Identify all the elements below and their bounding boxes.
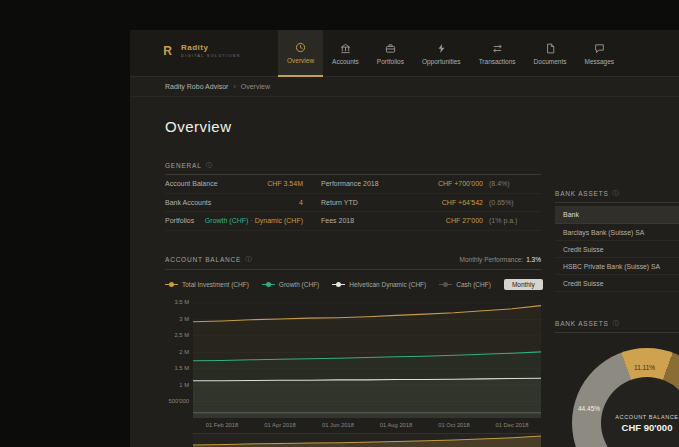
info-icon[interactable]: ⓘ (245, 256, 252, 263)
chat-icon (594, 43, 605, 54)
chart-legend: Total Investment (CHF) Growth (CHF) Helv… (165, 279, 541, 290)
y-axis-tick: 1.5 M (164, 365, 189, 371)
general-title: GENERAL (165, 162, 202, 169)
bank-row[interactable]: Credit Suisse (555, 241, 679, 258)
y-axis-tick: 2.5 M (164, 332, 189, 338)
general-row: Portfolios Growth (CHF)·Dynamic (CHF) Fe… (165, 212, 541, 231)
x-axis-tick: 01 Apr 2018 (264, 422, 295, 428)
x-axis-tick: 01 Aug 2018 (380, 422, 413, 428)
donut-ring[interactable]: ACCOUNT BALANCE CHF 90'000 (572, 348, 679, 447)
donut-center: ACCOUNT BALANCE CHF 90'000 (601, 377, 679, 447)
legend-marker-white (332, 281, 345, 288)
breadcrumb-current: Overview (241, 83, 270, 90)
y-axis-tick: 3 M (164, 316, 189, 322)
info-icon[interactable]: ⓘ (613, 190, 620, 197)
tab-label: Documents (534, 58, 567, 65)
account-balance-header: ACCOUNT BALANCE ⓘ Monthly Performance: 1… (165, 256, 541, 270)
y-axis-tick: 3.5 M (164, 299, 189, 305)
tab-overview[interactable]: Overview (278, 30, 323, 77)
balance-line-chart[interactable]: 3.5 M 3 M 2.5 M 2 M 1.5 M 1 M 500'000 (193, 298, 541, 418)
breadcrumb-root-link[interactable]: Radity Robo Advisor (165, 83, 228, 90)
donut-slice-label: 11.11% (634, 364, 655, 371)
general-label: Fees 2018 (321, 217, 446, 224)
donut-center-label: ACCOUNT BALANCE (615, 414, 678, 420)
tab-documents[interactable]: Documents (525, 30, 576, 77)
transfer-icon (492, 43, 503, 54)
portfolio-growth-link[interactable]: Growth (CHF) (205, 217, 249, 224)
page-title: Overview (165, 118, 232, 135)
y-axis-tick: 2 M (164, 349, 189, 355)
info-icon[interactable]: ⓘ (206, 162, 213, 169)
monthly-performance-value: 1.3% (526, 256, 541, 263)
bank-assets-title: BANK ASSETS (555, 190, 609, 197)
bank-assets-list-header: BANK ASSETS ⓘ (555, 190, 679, 203)
lightning-icon (436, 43, 447, 54)
tab-accounts[interactable]: Accounts (323, 30, 368, 77)
general-section: GENERAL ⓘ Account Balance CHF 3.54M Perf… (165, 162, 541, 231)
bank-assets-donut-header: BANK ASSETS ⓘ (555, 320, 679, 333)
radity-app-window: R Radity DIGITAL SOLUTIONS Overview Acco… (130, 30, 679, 447)
portfolio-dynamic-link[interactable]: Dynamic (CHF) (255, 217, 303, 224)
general-label: Return YTD (321, 199, 442, 206)
tab-portfolios[interactable]: Portfolios (368, 30, 413, 77)
performance-2018-percent: (8.4%) (483, 180, 541, 187)
bank-assets-table: Bank Barclays Bank (Suisse) SA Credit Su… (555, 206, 679, 292)
radity-logo[interactable]: R Radity DIGITAL SOLUTIONS (160, 43, 241, 58)
fees-2018-value: CHF 27'000 (446, 217, 483, 224)
legend-marker-dark (439, 281, 452, 288)
legend-total-investment[interactable]: Total Investment (CHF) (165, 281, 249, 288)
brand-tagline: DIGITAL SOLUTIONS (181, 53, 241, 58)
y-axis-tick: 500'000 (164, 398, 189, 404)
overview-icon (295, 42, 306, 53)
tab-label: Portfolios (377, 58, 404, 65)
bank-row[interactable]: HSBC Private Bank (Suisse) SA (555, 258, 679, 275)
legend-cash[interactable]: Cash (CHF) (439, 281, 491, 288)
tab-transactions[interactable]: Transactions (470, 30, 525, 77)
tab-messages[interactable]: Messages (575, 30, 623, 77)
main-nav: Overview Accounts Portfolios Opportuniti… (278, 30, 623, 77)
y-axis-tick: 1 M (164, 382, 189, 388)
line-chart-plot (193, 298, 541, 418)
performance-2018-value: CHF +700'000 (438, 180, 483, 187)
monthly-period-button[interactable]: Monthly (504, 279, 543, 290)
briefcase-icon (385, 43, 396, 54)
account-balance-title: ACCOUNT BALANCE (165, 256, 241, 263)
tab-opportunities[interactable]: Opportunities (413, 30, 470, 77)
general-label: Performance 2018 (321, 180, 438, 187)
legend-marker-green (262, 281, 275, 288)
account-balance-value: CHF 3.54M (267, 180, 303, 187)
general-section-header: GENERAL ⓘ (165, 162, 541, 175)
legend-marker-gold (165, 281, 178, 288)
bank-icon (340, 43, 351, 54)
donut-slice-label: 44.45% (578, 405, 600, 412)
general-label: Bank Accounts (165, 199, 211, 206)
x-axis-labels: 01 Feb 2018 01 Apr 2018 01 Jun 2018 01 A… (193, 421, 541, 431)
fees-2018-percent: (1% p.a.) (483, 217, 541, 224)
tab-label: Overview (287, 57, 314, 64)
bank-column-header: Bank (555, 206, 679, 224)
bank-accounts-value: 4 (299, 199, 303, 206)
tab-label: Accounts (332, 58, 359, 65)
tab-label: Messages (584, 58, 614, 65)
brush-mini-chart (193, 434, 541, 447)
return-ytd-value: CHF +64'542 (442, 199, 483, 206)
general-row: Account Balance CHF 3.54M Performance 20… (165, 175, 541, 194)
return-ytd-percent: (0.65%) (483, 199, 541, 206)
chart-range-brush[interactable] (193, 433, 541, 447)
top-nav-bar: R Radity DIGITAL SOLUTIONS Overview Acco… (130, 30, 679, 77)
legend-growth[interactable]: Growth (CHF) (262, 281, 319, 288)
monthly-performance-label: Monthly Performance: (460, 256, 524, 263)
brand-name: Radity (181, 43, 241, 52)
radity-logo-mark: R (160, 43, 175, 58)
legend-helvetican-dynamic[interactable]: Helvetican Dynamic (CHF) (332, 281, 426, 288)
info-icon[interactable]: ⓘ (613, 320, 620, 327)
x-axis-tick: 01 Oct 2018 (438, 422, 470, 428)
bank-assets-donut-chart: ACCOUNT BALANCE CHF 90'000 11.11% 44.45%… (555, 340, 679, 447)
bank-row[interactable]: Barclays Bank (Suisse) SA (555, 224, 679, 241)
general-label: Portfolios (165, 217, 194, 224)
general-row: Bank Accounts 4 Return YTD CHF +64'542 (… (165, 194, 541, 213)
bank-row[interactable]: Credit Suisse (555, 275, 679, 292)
x-axis-tick: 01 Jun 2018 (322, 422, 354, 428)
x-axis-tick: 01 Feb 2018 (206, 422, 239, 428)
account-balance-section: ACCOUNT BALANCE ⓘ Monthly Performance: 1… (165, 256, 541, 447)
